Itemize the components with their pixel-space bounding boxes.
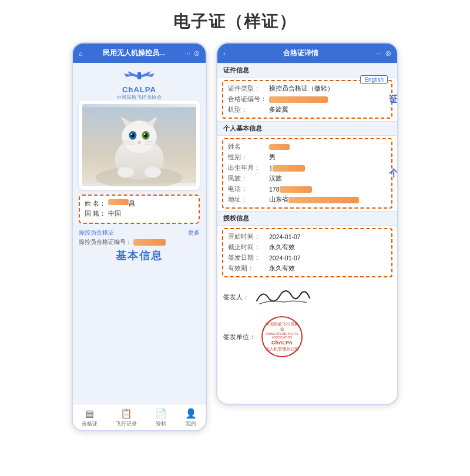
more-link[interactable]: 更多 <box>188 229 200 237</box>
svg-point-13 <box>131 133 133 135</box>
right-more-icon[interactable]: ··· <box>377 50 382 57</box>
stamp-line4: 无人机管理办公室 <box>265 347 299 351</box>
left-phone: ⌂ 民用无人机操控员... ··· ◎ <box>72 42 207 431</box>
name-label2: 姓名 <box>228 143 269 151</box>
auth-info-content: 开始时间： 2024-01-07 截止时间： 永久有效 签发日期： 2024-0… <box>222 228 392 277</box>
right-phone-title: 合格证详情 <box>283 48 318 58</box>
start-label: 开始时间： <box>228 233 269 241</box>
chalpa-name: ChALPA <box>122 85 156 94</box>
ethnicity-label: 民族： <box>228 175 269 183</box>
stamp-line1: 中国民航飞行员协会 <box>265 322 299 332</box>
valid-period-label: 有效期： <box>228 264 269 273</box>
flight-nav-icon: 📋 <box>120 408 132 419</box>
cert-section: 操控员合格证 更多 操控员合格证编号： <box>79 229 200 246</box>
stamp-area: 签发单位： 中国民航飞行员协会 CHINA AIRLINE PILOTS ASS… <box>217 314 397 362</box>
cert-info-outer: 证件信息 English 证件类型： 操控员合格证（微轻） 合格证编号： 机型： <box>217 63 397 119</box>
birth-row: 出生年月： 1 <box>228 163 387 173</box>
address-label: 地址： <box>228 196 269 204</box>
auth-info-header: 授权信息 <box>217 211 397 226</box>
country-row: 国 籍： 中国 <box>85 209 194 218</box>
right-target-icon[interactable]: ◎ <box>385 49 391 57</box>
nav-item-docs[interactable]: 📄 资料 <box>155 408 167 428</box>
ethnicity-row: 民族： 汉族 <box>228 173 387 184</box>
cert-info-content: English 证件类型： 操控员合格证（微轻） 合格证编号： 机型： 多旋翼 <box>222 80 392 119</box>
issue-date-row: 签发日期： 2024-01-07 <box>228 253 387 263</box>
personal-info-header: 个人基本信息 <box>217 121 397 136</box>
sig-image <box>254 283 313 310</box>
address-row: 地址： 山东省 <box>228 195 387 205</box>
chalpa-subtitle: 中国民航飞行员协会 <box>117 94 162 100</box>
cert-num-blurred <box>133 239 166 246</box>
nav-item-flight[interactable]: 📋 飞行记录 <box>116 408 137 428</box>
docs-nav-label: 资料 <box>156 420 166 428</box>
signature-area: 签发人： <box>217 280 397 314</box>
birth-blurred <box>273 165 305 172</box>
valid-period-row: 有效期： 永久有效 <box>228 263 387 274</box>
cert-type-label: 证件类型： <box>228 85 269 93</box>
chalpa-wings-icon <box>122 69 157 85</box>
brand-area: ChALPA 中国民航飞行员协会 <box>79 69 200 100</box>
gender-label: 性别： <box>228 153 269 162</box>
personal-side-label: 个人信息 <box>389 167 398 180</box>
cert-side-label: 证件信息 <box>389 93 398 106</box>
cat-photo <box>82 104 196 186</box>
back-icon[interactable]: ‹ <box>223 50 226 57</box>
right-phone-header-icons: ··· ◎ <box>377 49 391 57</box>
cert-type-row: 操控员合格证 更多 <box>79 229 200 237</box>
country-value: 中国 <box>108 209 121 218</box>
wings-svg <box>122 69 157 83</box>
phone-label: 电话： <box>228 185 269 193</box>
model-val: 多旋翼 <box>269 106 288 114</box>
valid-period-val: 永久有效 <box>269 264 295 273</box>
cert-type-row: 证件类型： 操控员合格证（微轻） <box>228 83 387 94</box>
docs-nav-icon: 📄 <box>155 408 167 419</box>
left-phone-title: 民用无人机操控员... <box>103 48 165 58</box>
name-row: 姓 名： 昌 <box>85 199 194 208</box>
start-val: 2024-01-07 <box>269 233 301 240</box>
home-icon[interactable]: ⌂ <box>79 50 83 57</box>
signature-svg <box>254 283 313 307</box>
phone-prefix: 178 <box>269 186 280 193</box>
left-phone-header: ⌂ 民用无人机操控员... ··· ◎ <box>73 43 206 63</box>
svg-point-23 <box>145 167 161 177</box>
stamp-text: 中国民航飞行员协会 CHINA AIRLINE PILOTS ASSOCIATI… <box>263 322 301 351</box>
personal-info-outer: 个人基本信息 姓名 性别： 男 出生年月： 1 <box>217 121 397 209</box>
svg-point-14 <box>144 133 146 135</box>
me-nav-icon: 👤 <box>185 408 197 419</box>
cert-num-row: 操控员合格证编号： <box>79 238 200 246</box>
cat-image <box>82 104 196 186</box>
country-label: 国 籍： <box>85 209 108 218</box>
left-phone-header-icons: ··· ◎ <box>185 49 200 57</box>
birth-digit: 1 <box>269 165 273 172</box>
cert-num-label2: 合格证编号： <box>228 95 269 103</box>
address-prefix: 山东省 <box>269 196 288 204</box>
stamp-line2: CHINA AIRLINE PILOTS ASSOCIATION <box>265 332 299 340</box>
more-icon[interactable]: ··· <box>185 50 190 57</box>
stamp: 中国民航飞行员协会 CHINA AIRLINE PILOTS ASSOCIATI… <box>261 316 303 357</box>
name-label: 姓 名： <box>85 199 108 208</box>
phones-container: ⌂ 民用无人机操控员... ··· ◎ <box>72 42 398 431</box>
end-label: 截止时间： <box>228 243 269 252</box>
personal-info-content: 姓名 性别： 男 出生年月： 1 民族： <box>222 138 392 209</box>
me-nav-label: 我的 <box>186 420 196 428</box>
sig-label: 签发人： <box>223 293 249 301</box>
nav-item-me[interactable]: 👤 我的 <box>185 408 197 428</box>
nav-item-cert[interactable]: ▤ 合格证 <box>82 408 98 428</box>
left-phone-body: ChALPA 中国民航飞行员协会 <box>73 63 206 404</box>
start-row: 开始时间： 2024-01-07 <box>228 232 387 242</box>
cert-num-row: 合格证编号： <box>228 94 387 105</box>
right-phone-header: ‹ 合格证详情 ··· ◎ <box>217 43 397 63</box>
cert-num-label: 操控员合格证编号： <box>79 239 132 245</box>
name-blurred <box>269 144 290 150</box>
end-row: 截止时间： 永久有效 <box>228 242 387 253</box>
chalpa-logo: ChALPA 中国民航飞行员协会 <box>79 69 200 100</box>
end-val: 永久有效 <box>269 243 295 252</box>
target-icon[interactable]: ◎ <box>194 49 200 57</box>
right-phone-body: 证件信息 English 证件类型： 操控员合格证（微轻） 合格证编号： 机型： <box>217 63 397 404</box>
birth-label: 出生年月： <box>228 164 269 172</box>
english-badge[interactable]: English <box>360 75 388 84</box>
model-label: 机型： <box>228 106 269 114</box>
name-char: 昌 <box>129 199 135 208</box>
address-blurred <box>288 197 359 203</box>
phone-blurred <box>280 186 312 193</box>
